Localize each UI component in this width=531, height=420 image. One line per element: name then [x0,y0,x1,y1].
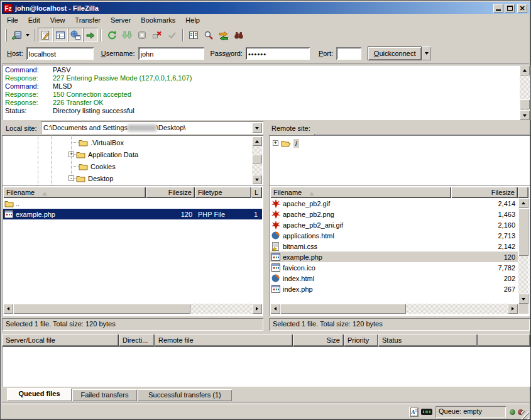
password-input[interactable] [246,47,310,60]
menu-bookmarks[interactable]: Bookmarks [136,15,180,25]
queue-header-status[interactable]: Status [378,334,478,346]
cancel-button[interactable] [134,28,150,42]
remote-scroll-left[interactable] [270,304,280,314]
quickconnect-button[interactable]: Quickconnect [368,47,422,60]
remote-row[interactable]: index.php267 [270,284,518,294]
filter-button[interactable] [165,28,180,42]
remote-row[interactable]: apache_pb2_ani.gif2,160 [270,219,518,230]
queue-list[interactable] [2,346,530,387]
local-header-filetype[interactable]: Filetype [195,187,251,198]
menu-edit[interactable]: Edit [23,15,45,25]
remote-header-filesize[interactable]: Filesize [451,187,518,198]
toolbar-grip [5,29,7,41]
queue-header-priority[interactable]: Priority [344,334,378,346]
local-tree-scroll-up[interactable] [252,136,262,146]
tree-item-virtualbox[interactable]: .VirtualBox [79,136,124,148]
local-header-filename[interactable]: Filename [3,187,146,198]
quickconnect-dropdown[interactable] [422,47,431,60]
local-scroll-track[interactable] [190,304,252,314]
local-scroll-right[interactable] [252,304,262,314]
directory-comparison-button[interactable] [186,28,201,42]
remote-file-list: Filename Filesize apache_pb2.gif2,414 ap… [269,185,530,316]
local-row-example-php[interactable]: example.php 120 PHP File 1 [3,209,262,219]
tab-successful-transfers[interactable]: Successful transfers (1) [138,389,232,401]
synchronized-browsing-button[interactable] [216,28,231,42]
local-selection-status: Selected 1 file. Total size: 120 bytes [2,318,263,331]
queue-header-remote-file[interactable]: Remote file [155,334,293,346]
disconnect-button[interactable] [150,28,165,42]
username-input[interactable] [138,47,204,60]
menu-server[interactable]: Server [106,15,136,25]
tree-item-application-data[interactable]: + Application Data [68,148,138,160]
maximize-button[interactable] [505,4,515,13]
remote-row[interactable]: bitnami.css2,142 [270,241,518,251]
site-manager-dropdown[interactable] [24,28,31,42]
toggle-queue-button[interactable] [83,28,98,42]
remote-scroll-thumb[interactable] [518,208,528,256]
status-bar: A Queue: empty [2,404,529,419]
chevron-down-icon [425,52,429,57]
local-tree-scroll-down[interactable] [252,175,262,184]
menu-view[interactable]: View [45,15,70,25]
local-row-updir[interactable]: .. [3,198,262,209]
log-scroll-down[interactable] [520,110,530,120]
local-scroll-thumb[interactable] [13,304,190,314]
search-remote-button[interactable] [231,28,246,42]
remote-row[interactable]: apache_pb2.png1,463 [270,209,518,219]
process-queue-button[interactable] [119,28,134,42]
tree-item-desktop[interactable]: - Desktop [68,172,113,184]
transfer-type-indicator[interactable]: A [409,407,419,417]
resize-grip[interactable] [521,411,529,419]
local-header-lastmodified[interactable]: L [251,187,262,198]
menu-file[interactable]: File [2,15,23,25]
queue-header-local-file[interactable]: Server/Local file [2,334,119,346]
chevron-down-icon [26,34,30,38]
refresh-button[interactable] [104,28,119,42]
tab-queued-files[interactable]: Queued files [7,388,72,401]
title-bar[interactable]: Fz john@localhost - FileZilla ✕ [2,2,529,14]
local-scroll-left[interactable] [3,304,13,314]
site-manager-button[interactable] [9,28,24,42]
find-files-button[interactable] [201,28,216,42]
queue-header-direction[interactable]: Directi... [119,334,155,346]
remote-header-filename[interactable]: Filename [270,187,451,198]
tree-item-cookies[interactable]: Cookies [79,160,116,172]
local-tree-scroll-thumb[interactable] [252,155,262,163]
tree-item-root[interactable]: + / [273,137,299,149]
expand-icon[interactable]: + [68,152,74,157]
remote-row[interactable]: apache_pb2.gif2,414 [270,198,518,209]
log-scroll-up[interactable] [520,65,530,75]
remote-scroll-down[interactable] [518,294,528,304]
toggle-log-button[interactable] [38,28,53,42]
toggle-remote-tree-button[interactable] [68,28,83,42]
scroll-up-icon [523,67,527,72]
host-input[interactable] [26,47,94,60]
speed-limit-indicator[interactable] [421,409,432,416]
tab-failed-transfers[interactable]: Failed transfers [72,389,137,401]
remote-hscroll-thumb[interactable] [280,304,406,314]
close-button[interactable]: ✕ [517,4,527,13]
queue-header-size[interactable]: Size [293,334,344,346]
remote-scroll-right[interactable] [508,304,518,314]
log-line: Command:PASV [5,66,518,74]
remote-site-label: Remote site: [271,122,310,135]
folder-icon [79,139,88,146]
menu-transfer[interactable]: Transfer [70,15,106,25]
remote-hscroll-track[interactable] [406,304,508,314]
local-site-combo[interactable]: C:\Documents and Settings\Desktop\ [41,121,263,134]
remote-row[interactable]: index.html202 [270,273,518,284]
remote-row[interactable]: favicon.ico7,782 [270,262,518,273]
expand-icon[interactable]: + [273,140,278,146]
menu-help[interactable]: Help [180,15,205,25]
local-header-filesize[interactable]: Filesize [146,187,195,198]
toggle-local-tree-button[interactable] [53,28,68,42]
remote-scroll-track[interactable] [518,256,528,294]
local-site-dropdown[interactable] [252,123,262,133]
remote-scroll-up[interactable] [518,198,528,208]
log-scroll-thumb[interactable] [520,99,530,109]
remote-row[interactable]: applications.html2,713 [270,230,518,241]
port-input[interactable] [336,47,361,60]
minimize-button[interactable] [493,4,503,13]
remote-row-selected[interactable]: example.php120 [270,251,518,262]
collapse-icon[interactable]: - [68,175,74,181]
